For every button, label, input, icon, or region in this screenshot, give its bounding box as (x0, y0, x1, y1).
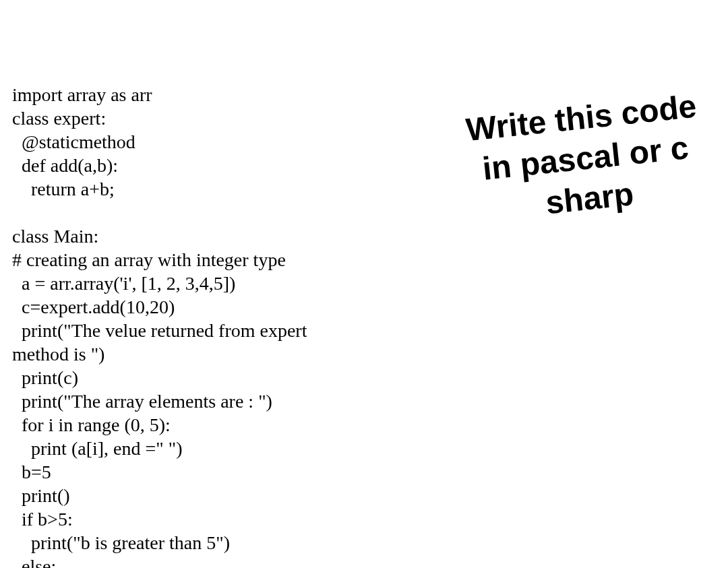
code-line: print("The velue returned from expert (12, 320, 307, 341)
code-line: print (a[i], end =" ") (12, 438, 182, 459)
code-line: class Main: (12, 226, 98, 247)
code-line: class expert: (12, 108, 106, 129)
code-block: import array as arr class expert: @stati… (12, 59, 307, 568)
annotation-overlay: Write this code in pascal or c sharp (464, 86, 706, 231)
code-line: print(c) (12, 367, 78, 388)
code-line: method is ") (12, 344, 104, 365)
code-line: print() (12, 485, 70, 506)
code-line: # creating an array with integer type (12, 249, 286, 270)
code-line: b=5 (12, 462, 51, 482)
code-line: a = arr.array('i', [1, 2, 3,4,5]) (12, 273, 235, 294)
code-line: print("b is greater than 5") (12, 532, 230, 553)
code-line: return a+b; (12, 179, 115, 199)
code-line: def add(a,b): (12, 155, 118, 176)
code-line: for i in range (0, 5): (12, 414, 171, 435)
code-line: else: (12, 556, 56, 568)
code-line: @staticmethod (12, 131, 135, 152)
code-line: c=expert.add(10,20) (12, 296, 175, 317)
code-line: import array as arr (12, 84, 152, 105)
code-line: if b>5: (12, 509, 73, 530)
code-line: print("The array elements are : ") (12, 391, 272, 412)
